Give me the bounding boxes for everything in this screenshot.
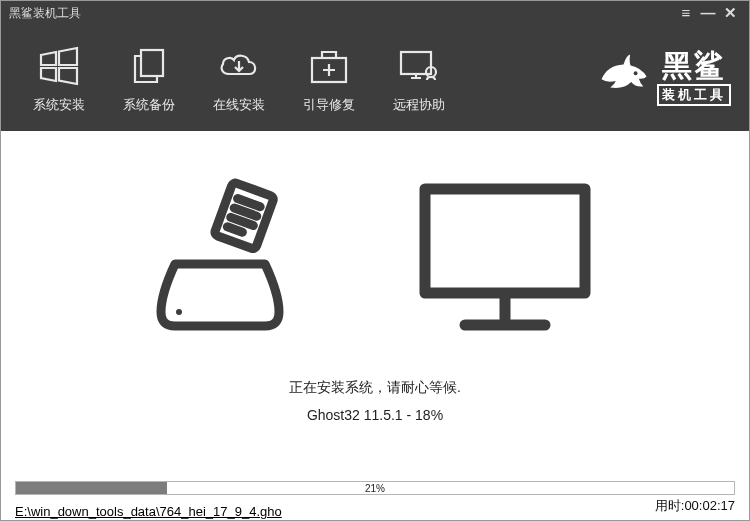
close-button[interactable]: ✕ [719,1,741,25]
tab-system-install[interactable]: 系统安装 [19,42,99,114]
tab-boot-repair[interactable]: 引导修复 [289,42,369,114]
file-path[interactable]: E:\win_down_tools_data\764_hei_17_9_4.gh… [15,504,282,519]
tab-label: 引导修复 [289,96,369,114]
tab-label: 系统安装 [19,96,99,114]
tab-label: 系统备份 [109,96,189,114]
svg-rect-0 [141,50,163,76]
tab-remote-assist[interactable]: 远程协助 [379,42,459,114]
tab-online-install[interactable]: 在线安装 [199,42,279,114]
illustration [1,171,749,351]
app-logo: 黑鲨 装机工具 [596,49,731,108]
remote-monitor-icon [379,42,459,90]
logo-line2: 装机工具 [657,84,731,106]
disk-file-icon [155,174,305,348]
minimize-button[interactable]: — [697,1,719,25]
logo-line1: 黑鲨 [657,51,731,81]
shark-icon [596,49,651,108]
progress-label: 21% [16,482,734,496]
ghost-status: Ghost32 11.5.1 - 18% [307,407,443,423]
svg-rect-7 [425,189,585,293]
main-content: 正在安装系统，请耐心等候. Ghost32 11.5.1 - 18% [1,131,749,481]
footer: 21% 用时:00:02:17 E:\win_down_tools_data\7… [1,481,749,521]
progress-bar: 21% [15,481,735,495]
copy-icon [109,42,189,90]
titlebar: 黑鲨装机工具 ≡ — ✕ [1,1,749,25]
app-title: 黑鲨装机工具 [9,5,81,22]
cloud-download-icon [199,42,279,90]
windows-icon [19,42,99,90]
tab-system-backup[interactable]: 系统备份 [109,42,189,114]
tab-label: 远程协助 [379,96,459,114]
tab-label: 在线安装 [199,96,279,114]
elapsed-time: 用时:00:02:17 [655,497,735,515]
first-aid-icon [289,42,369,90]
monitor-icon [415,179,595,343]
status-text: 正在安装系统，请耐心等候. [289,379,461,397]
menu-icon[interactable]: ≡ [675,1,697,25]
svg-point-4 [634,71,638,75]
toolbar: 系统安装 系统备份 在线安装 引导修复 远程协助 黑鲨 装机工具 [1,25,749,131]
svg-point-6 [176,309,182,315]
